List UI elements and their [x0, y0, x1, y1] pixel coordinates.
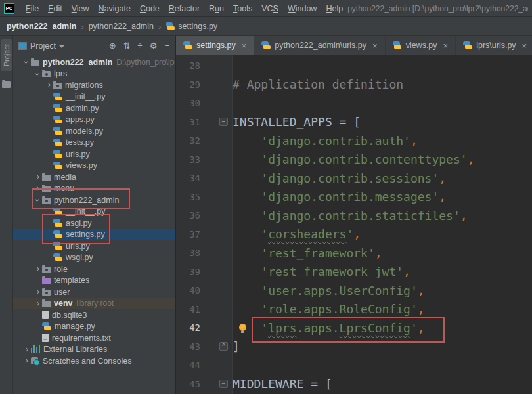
tree-item-init-py[interactable]: __init__.py — [13, 91, 175, 103]
tab-lprs-urls-py[interactable]: lprs\urls.py× — [456, 36, 532, 55]
code-line-35[interactable]: 35 'django.contrib.messages', — [176, 188, 532, 207]
tree-item-label: External Libraries — [43, 345, 107, 354]
tree-item-migrations[interactable]: migrations — [13, 79, 175, 91]
tree-item-manage-py[interactable]: manage.py — [13, 321, 175, 333]
chevron-collapsed-icon[interactable] — [21, 348, 31, 351]
code-line-28[interactable]: 28 — [176, 56, 532, 76]
chevron-collapsed-icon[interactable] — [43, 83, 53, 87]
tree-item-db-sqlite3[interactable]: db.sqlite3 — [13, 309, 175, 321]
menu-refactor[interactable]: Refactor — [164, 2, 204, 15]
close-tab-icon[interactable]: × — [242, 41, 247, 50]
tree-item-apps-py[interactable]: apps.py — [13, 114, 175, 126]
python-file-icon — [53, 139, 62, 147]
code-line-42[interactable]: 42 'lprs.apps.LprsConfig', — [176, 318, 532, 338]
expand-all-icon[interactable]: ⇅ — [123, 41, 131, 50]
close-tab-icon[interactable]: × — [372, 41, 378, 50]
chevron-down-icon[interactable] — [59, 45, 64, 48]
settings-icon[interactable]: ⚙ — [150, 41, 158, 50]
fold-open-icon[interactable]: − — [219, 380, 228, 388]
chevron-collapsed-icon[interactable] — [32, 290, 42, 294]
tree-item-tests-py[interactable]: tests.py — [13, 137, 175, 149]
tree-item-admin-py[interactable]: admin.py — [13, 102, 175, 114]
menu-tools[interactable]: Tools — [229, 2, 257, 15]
code-line-37[interactable]: 37 'corsheaders', — [176, 225, 532, 244]
chevron-collapsed-icon[interactable] — [32, 267, 42, 271]
code-line-44[interactable]: 44 — [176, 356, 532, 375]
tree-item-external-libraries[interactable]: External Libraries — [13, 344, 175, 356]
menu-file[interactable]: File — [21, 2, 43, 15]
code-line-31[interactable]: 31−INSTALLED_APPS = [ — [176, 113, 532, 132]
tree-item-python222-admin[interactable]: python222_admin — [13, 194, 175, 206]
tree-item-urls-py[interactable]: urls.py — [13, 148, 175, 160]
line-number: 35 — [176, 192, 200, 202]
menu-run[interactable]: Run — [204, 2, 229, 15]
tab-label: lprs\urls.py — [476, 41, 516, 50]
tab-settings-py[interactable]: settings.py× — [176, 36, 254, 55]
menu-navigate[interactable]: Navigate — [94, 2, 135, 15]
chevron-collapsed-icon[interactable] — [32, 175, 42, 179]
close-tab-icon[interactable]: × — [522, 41, 527, 50]
tree-item-detail: library root — [77, 299, 114, 308]
chevron-expanded-icon[interactable] — [32, 73, 42, 75]
tree-item-init-py[interactable]: __init__.py — [13, 206, 175, 218]
breadcrumb-item-python222-admin[interactable]: python222_admin — [89, 22, 154, 31]
breadcrumb-item-settings-py[interactable]: settings.py — [166, 22, 217, 31]
code-line-45[interactable]: 45−MIDDLEWARE = [ — [176, 375, 532, 394]
tree-item-asgi-py[interactable]: asgi.py — [13, 217, 175, 229]
tree-item-templates[interactable]: templates — [13, 275, 175, 287]
chevron-expanded-icon[interactable] — [21, 61, 31, 63]
tree-item-wsgi-py[interactable]: wsgi.py — [13, 252, 175, 264]
chevron-collapsed-icon[interactable] — [32, 302, 42, 305]
menu-vcs[interactable]: VCS — [257, 2, 283, 15]
line-number: 28 — [176, 60, 200, 71]
collapse-all-icon[interactable]: ÷ — [138, 41, 143, 50]
tree-item-python222-admin[interactable]: python222_adminD:\python_pro\lpr2\p — [13, 56, 175, 68]
tree-item-settings-py[interactable]: settings.py — [13, 229, 175, 241]
tree-item-user[interactable]: user — [13, 286, 175, 298]
project-panel-title[interactable]: Project — [30, 41, 56, 51]
code-line-41[interactable]: 41 'role.apps.RoleConfig', — [176, 300, 532, 319]
code-line-29[interactable]: 29# Application definition — [176, 76, 532, 95]
code-lines: 2829# Application definition3031−INSTALL… — [176, 55, 532, 393]
breadcrumb-item-python222-admin[interactable]: python222_admin — [7, 22, 76, 31]
fold-close-icon[interactable]: ^ — [219, 342, 228, 351]
intention-bulb-icon[interactable] — [239, 324, 246, 331]
code-line-32[interactable]: 32 'django.contrib.auth', — [176, 131, 532, 150]
code-editor[interactable]: 2829# Application definition3031−INSTALL… — [176, 55, 532, 394]
hide-icon[interactable]: − — [164, 41, 169, 50]
code-line-30[interactable]: 30 — [176, 94, 532, 113]
code-line-40[interactable]: 40 'user.apps.UserConfig', — [176, 281, 532, 300]
tab-python222-admin-urls-py[interactable]: python222_admin\urls.py× — [254, 36, 385, 55]
tree-item-views-py[interactable]: views.py — [13, 160, 175, 172]
tree-item-role[interactable]: role — [13, 263, 175, 275]
tree-item-venv[interactable]: venvlibrary root — [13, 298, 175, 310]
locate-icon[interactable]: ⊕ — [109, 41, 116, 50]
menu-code[interactable]: Code — [135, 2, 164, 15]
line-number: 37 — [176, 229, 200, 240]
code-line-34[interactable]: 34 'django.contrib.sessions', — [176, 169, 532, 188]
code-line-39[interactable]: 39 'rest_framework_jwt', — [176, 263, 532, 282]
tab-views-py[interactable]: views.py× — [386, 36, 456, 55]
code-line-36[interactable]: 36 'django.contrib.staticfiles', — [176, 206, 532, 225]
menu-window[interactable]: Window — [283, 2, 321, 15]
tree-item-lprs[interactable]: lprs — [13, 68, 175, 80]
close-tab-icon[interactable]: × — [443, 41, 449, 50]
project-stripe-tab[interactable]: Project — [1, 39, 12, 71]
chevron-collapsed-icon[interactable] — [21, 359, 31, 362]
code-line-33[interactable]: 33 'django.contrib.contenttypes', — [176, 150, 532, 169]
menu-help[interactable]: Help — [321, 2, 347, 15]
tree-item-scratches-and-consoles[interactable]: Scratches and Consoles — [13, 355, 175, 367]
python-file-icon — [463, 41, 472, 50]
fold-open-icon[interactable]: − — [219, 118, 228, 126]
code-line-43[interactable]: 43^] — [176, 338, 532, 357]
chevron-expanded-icon[interactable] — [32, 199, 42, 201]
code-line-38[interactable]: 38 'rest_framework', — [176, 244, 532, 263]
tree-item-requirements-txt[interactable]: requirements.txt — [13, 332, 175, 344]
tree-item-models-py[interactable]: models.py — [13, 125, 175, 137]
chevron-collapsed-icon[interactable] — [32, 187, 42, 190]
menu-view[interactable]: View — [67, 2, 94, 15]
menu-edit[interactable]: Edit — [43, 2, 67, 15]
tree-item-media[interactable]: media — [13, 171, 175, 183]
tree-item-menu[interactable]: menu — [13, 183, 175, 195]
tree-item-urls-py[interactable]: urls.py — [13, 240, 175, 252]
